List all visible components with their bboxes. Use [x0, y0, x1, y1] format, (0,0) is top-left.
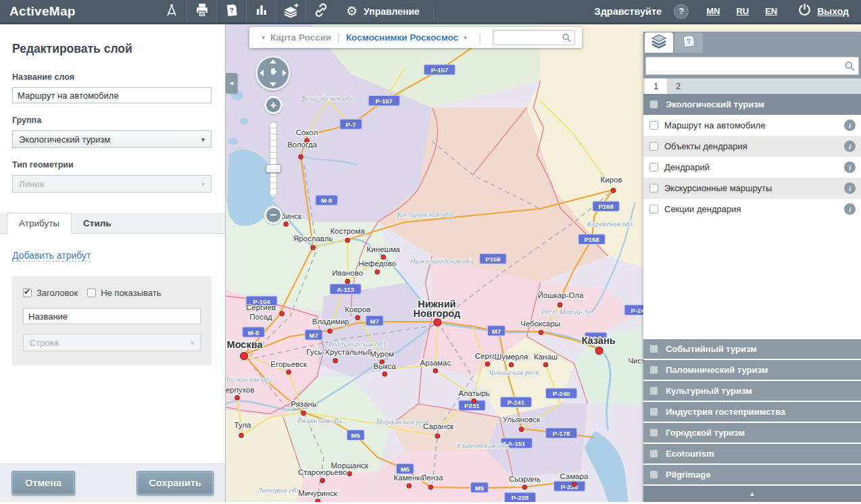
active-layer-button[interactable]: Космоснимки Роскосмос — [346, 32, 458, 43]
pan-up-icon[interactable] — [270, 59, 276, 64]
layer-checkbox[interactable] — [649, 121, 658, 130]
tab-style[interactable]: Стиль — [72, 213, 123, 233]
info-icon[interactable]: i — [844, 141, 856, 152]
layer-name-input[interactable] — [12, 87, 212, 103]
page-2-button[interactable]: 2 — [667, 78, 689, 94]
layer-group[interactable]: Индустрия гостеприимства — [643, 401, 861, 422]
group-checkbox[interactable] — [649, 407, 658, 416]
svg-text:Казань: Казань — [582, 335, 616, 346]
share-link-button[interactable] — [305, 0, 335, 22]
svg-text:Ковров: Ковров — [345, 305, 370, 313]
svg-text:М5: М5 — [401, 465, 410, 473]
collapse-panel-button[interactable]: ◄ — [226, 73, 237, 93]
help-badge[interactable]: ? — [674, 4, 689, 19]
svg-text:Кировская обл.: Кировская обл. — [587, 220, 635, 228]
greeting-text: Здравствуйте — [595, 6, 662, 17]
layer-item[interactable]: Экскурсионные маршрутыi — [643, 178, 861, 199]
management-label: Управление — [364, 6, 420, 17]
tab-layers[interactable] — [645, 32, 673, 53]
page-1-button[interactable]: 1 — [645, 78, 667, 94]
layers-search-input[interactable] — [645, 57, 859, 75]
info-icon[interactable]: i — [844, 182, 856, 194]
layer-group[interactable]: Событийный туризм — [643, 338, 861, 359]
lang-en[interactable]: EN — [765, 6, 777, 16]
group-checkbox[interactable] — [649, 345, 658, 353]
group-checkbox[interactable] — [649, 100, 658, 109]
layer-group[interactable]: Паломнический туризм — [643, 359, 861, 380]
group-label: Культурный туризм — [666, 386, 752, 396]
svg-text:М-8: М-8 — [248, 329, 259, 336]
management-button[interactable]: ⚙ Управление — [346, 5, 420, 18]
tab-attributes[interactable]: Атрибуты — [7, 213, 72, 234]
hide-checkbox-item[interactable]: Не показывать — [87, 288, 161, 298]
logout-button[interactable]: Выход — [797, 3, 849, 20]
hide-checkbox[interactable] — [87, 288, 96, 297]
pan-right-icon[interactable] — [282, 70, 287, 76]
cancel-button[interactable]: Отмена — [12, 472, 74, 495]
svg-text:Чувашская респ.: Чувашская респ. — [489, 368, 541, 376]
layers-panel-tabs: ? — [643, 32, 861, 53]
layer-item[interactable]: Дендрарийi — [643, 157, 861, 178]
title-checkbox-item[interactable]: Заголовок — [23, 288, 78, 298]
hand-icon — [268, 66, 278, 79]
attribute-type-select: Строка ▾ — [23, 334, 201, 351]
layer-checkbox[interactable] — [649, 142, 658, 151]
pan-down-icon[interactable] — [270, 82, 276, 86]
layer-item[interactable]: Объекты дендрарияi — [643, 136, 861, 157]
layer-group-expanded[interactable]: Экологический туризм — [643, 94, 861, 115]
save-button[interactable]: Сохранить — [137, 472, 213, 495]
layer-group[interactable]: Pilgrimage — [643, 463, 861, 484]
layer-group[interactable]: Ecotourism — [643, 443, 861, 463]
group-checkbox[interactable] — [649, 428, 658, 437]
chevron-down-icon[interactable]: ▾ — [262, 34, 265, 41]
lang-mn[interactable]: MN — [706, 6, 720, 16]
reference-button[interactable]: ? — [216, 0, 246, 22]
layer-item[interactable]: Секции дендрарияi — [643, 199, 861, 220]
tab-legend-help[interactable]: ? — [674, 32, 703, 53]
base-layer-button[interactable]: Карта России — [270, 32, 331, 43]
zoom-out-button[interactable]: − — [264, 206, 282, 224]
layer-group[interactable]: Городской туризм — [643, 422, 861, 443]
add-attribute-link[interactable]: Добавить атрибут — [12, 250, 91, 261]
chevron-down-icon[interactable]: ▾ — [464, 34, 467, 41]
zoom-slider-handle[interactable] — [266, 164, 281, 173]
group-select[interactable]: Экологический туризм ▾ — [12, 130, 212, 148]
panel-scroll-up[interactable]: ▲ — [643, 484, 861, 502]
add-layer-button[interactable] — [276, 0, 305, 22]
lang-ru[interactable]: RU — [736, 6, 749, 16]
layer-item[interactable]: Маршрут на автомобилеi — [643, 115, 861, 136]
group-checkbox[interactable] — [649, 366, 658, 374]
measure-tool-button[interactable] — [157, 0, 187, 22]
pan-left-icon[interactable] — [260, 70, 264, 76]
svg-text:Р231: Р231 — [464, 402, 479, 409]
layer-items: Маршрут на автомобилеiОбъекты дендрарияi… — [643, 115, 861, 220]
attribute-name-input[interactable] — [23, 308, 201, 324]
group-checkbox[interactable] — [649, 386, 658, 395]
layer-group[interactable]: Культурный туризм — [643, 380, 861, 401]
info-icon[interactable]: i — [844, 161, 856, 173]
attribute-card: Заголовок Не показывать Строка ▾ — [12, 276, 212, 366]
group-checkbox[interactable] — [649, 449, 658, 458]
layer-checkbox[interactable] — [649, 163, 658, 172]
layer-checkbox[interactable] — [649, 184, 658, 193]
group-checkbox[interactable] — [649, 470, 658, 479]
zoom-in-button[interactable]: + — [264, 96, 282, 114]
attribute-type-value: Строка — [30, 338, 59, 348]
pan-control[interactable] — [255, 55, 291, 91]
svg-text:Каменка: Каменка — [394, 474, 425, 482]
svg-text:Нижегородская обл.: Нижегородская обл. — [409, 257, 474, 266]
title-checkbox[interactable] — [23, 288, 32, 297]
svg-text:М5: М5 — [351, 432, 360, 439]
layer-checkbox[interactable] — [649, 205, 658, 213]
svg-text:Киров: Киров — [601, 176, 622, 184]
svg-text:Алатырь: Алатырь — [458, 389, 489, 397]
zoom-slider[interactable] — [270, 122, 277, 197]
svg-text:Р159: Р159 — [485, 255, 500, 263]
map-search — [493, 30, 575, 45]
info-icon[interactable]: i — [844, 203, 856, 215]
print-button[interactable] — [187, 0, 216, 22]
chevron-down-icon: ▾ — [201, 136, 205, 143]
info-icon[interactable]: i — [844, 120, 856, 131]
layers-search — [645, 57, 859, 75]
charts-button[interactable] — [246, 0, 276, 22]
